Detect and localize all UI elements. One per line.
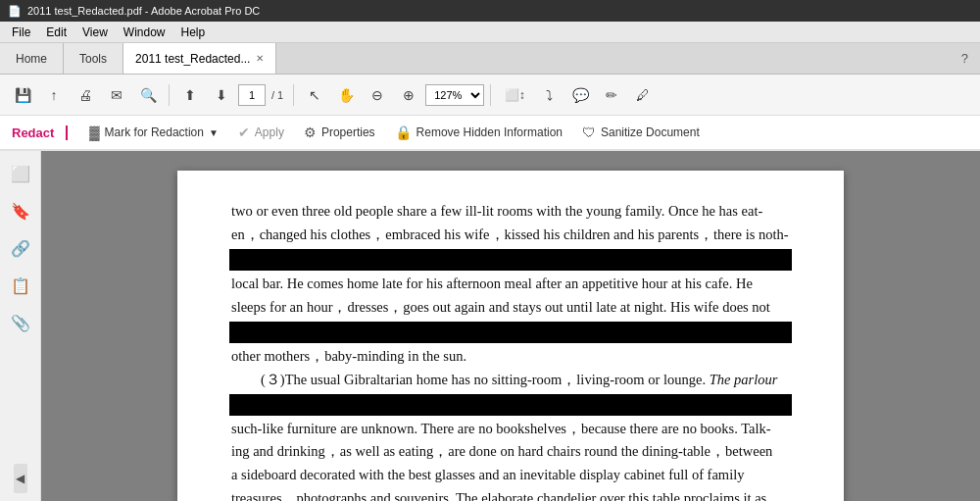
zoom-out-button[interactable]: ⊖ xyxy=(363,80,392,110)
pdf-line-3: local bar. He comes home late for his af… xyxy=(231,273,790,296)
menu-help[interactable]: Help xyxy=(173,24,214,41)
tab-help-button[interactable]: ? xyxy=(950,43,980,74)
pdf-line-6: (３)The usual Gibraltarian home has no si… xyxy=(231,369,790,392)
remove-hidden-button[interactable]: 🔒 Remove Hidden Information xyxy=(385,121,572,144)
sidebar-left: ⬜ 🔖 🔗 📋 📎 ◀ xyxy=(0,151,41,501)
main-area: ⬜ 🔖 🔗 📋 📎 ◀ two or even three old people… xyxy=(0,151,980,501)
remove-hidden-icon: 🔒 xyxy=(395,125,412,140)
comment-button[interactable]: 💬 xyxy=(565,80,595,110)
app-icon: 📄 xyxy=(8,5,22,18)
redact-toolbar: Redact ▓ Mark for Redaction ▼ ✔ Apply ⚙ … xyxy=(0,116,980,151)
apply-icon: ✔ xyxy=(238,125,250,140)
zoom-out-toolbar-button[interactable]: 🔍 xyxy=(133,80,163,110)
toolbar-separator-3 xyxy=(490,84,491,106)
mark-dropdown-icon[interactable]: ▼ xyxy=(209,127,219,138)
pdf-line-5: other mothers，baby-minding in the sun. xyxy=(231,345,790,369)
main-toolbar: 💾 ↑ 🖨 ✉ 🔍 ⬆ ⬇ / 1 ↖ ✋ ⊖ ⊕ 127% 100% 75% … xyxy=(0,75,980,116)
prev-page-button[interactable]: ⬆ xyxy=(175,80,205,110)
sidebar-page-icon[interactable]: ⬜ xyxy=(6,159,35,188)
sidebar-collapse-button[interactable]: ◀ xyxy=(14,464,27,493)
tab-tools-label: Tools xyxy=(79,52,107,66)
pdf-line-9: a sideboard decorated with the best glas… xyxy=(231,464,790,487)
pdf-page: two or even three old people share a few… xyxy=(177,171,844,501)
select-tool-button[interactable]: ↖ xyxy=(300,80,329,110)
save-button[interactable]: 💾 xyxy=(8,80,37,110)
zoom-select[interactable]: 127% 100% 75% 150% xyxy=(425,84,484,106)
pdf-line-4: sleeps for an hour，dresses，goes out agai… xyxy=(231,296,790,320)
tab-close-button[interactable]: ✕ xyxy=(256,53,264,64)
mark-for-redaction-button[interactable]: ▓ Mark for Redaction ▼ xyxy=(79,121,228,144)
tab-spacer xyxy=(276,43,949,74)
zoom-in-button[interactable]: ⊕ xyxy=(394,80,423,110)
apply-label: Apply xyxy=(255,125,284,139)
menu-window[interactable]: Window xyxy=(116,24,173,41)
title-bar: 📄 2011 test_Redacted.pdf - Adobe Acrobat… xyxy=(0,0,980,22)
apply-button[interactable]: ✔ Apply xyxy=(228,121,294,144)
menu-view[interactable]: View xyxy=(74,24,116,41)
sanitize-icon: 🛡 xyxy=(582,125,596,140)
tab-document[interactable]: 2011 test_Redacted... ✕ xyxy=(123,43,276,74)
sanitize-label: Sanitize Document xyxy=(601,125,700,139)
redaction-block-3 xyxy=(229,394,792,416)
tab-home-label: Home xyxy=(16,52,47,66)
rotate-button[interactable]: ⤵ xyxy=(534,80,564,110)
toolbar-separator-1 xyxy=(169,84,170,106)
fit-page-button[interactable]: ⬜↕ xyxy=(497,80,532,110)
annotation-button[interactable]: ✏ xyxy=(597,80,626,110)
pdf-line-8: ing and drinking，as well as eating，are d… xyxy=(231,440,790,464)
sidebar-layers-icon[interactable]: 📋 xyxy=(6,271,35,300)
redaction-block-1 xyxy=(229,249,792,271)
menu-bar: File Edit View Window Help xyxy=(0,22,980,43)
pdf-area[interactable]: two or even three old people share a few… xyxy=(41,151,980,501)
email-button[interactable]: ✉ xyxy=(102,80,131,110)
help-icon: ? xyxy=(961,51,968,66)
mark-for-redaction-label: Mark for Redaction xyxy=(105,125,204,139)
sidebar-bookmark-icon[interactable]: 🔖 xyxy=(6,196,35,225)
redact-label: Redact xyxy=(8,125,68,140)
sidebar-attachment-icon[interactable]: 🔗 xyxy=(6,233,35,263)
page-input[interactable] xyxy=(238,84,266,106)
mark-redaction-icon: ▓ xyxy=(89,125,99,140)
sanitize-button[interactable]: 🛡 Sanitize Document xyxy=(572,121,710,144)
properties-button[interactable]: ⚙ Properties xyxy=(294,121,385,144)
pdf-line-2: en，changed his clothes，embraced his wife… xyxy=(231,224,790,247)
share-button[interactable]: ↑ xyxy=(39,80,69,110)
page-navigation: ⬆ ⬇ / 1 xyxy=(175,80,287,110)
tab-doc-label: 2011 test_Redacted... xyxy=(135,52,250,66)
print-button[interactable]: 🖨 xyxy=(71,80,100,110)
properties-label: Properties xyxy=(321,125,375,139)
tab-home[interactable]: Home xyxy=(0,43,64,74)
sidebar-clip-icon[interactable]: 📎 xyxy=(6,308,35,337)
title-text: 2011 test_Redacted.pdf - Adobe Acrobat P… xyxy=(27,5,972,17)
remove-hidden-label: Remove Hidden Information xyxy=(416,125,563,139)
toolbar-separator-2 xyxy=(293,84,294,106)
redaction-block-2 xyxy=(229,322,792,343)
hand-tool-button[interactable]: ✋ xyxy=(331,80,361,110)
pdf-line-1: two or even three old people share a few… xyxy=(231,200,790,224)
menu-edit[interactable]: Edit xyxy=(38,24,74,41)
pdf-line-7: such-like furniture are unknown. There a… xyxy=(231,418,790,441)
properties-icon: ⚙ xyxy=(304,125,317,140)
menu-file[interactable]: File xyxy=(4,24,38,41)
next-page-button[interactable]: ⬇ xyxy=(207,80,236,110)
stamp-button[interactable]: 🖊 xyxy=(628,80,658,110)
tab-tools[interactable]: Tools xyxy=(64,43,123,74)
page-total: / 1 xyxy=(268,89,287,101)
pdf-content: two or even three old people share a few… xyxy=(231,200,790,501)
tab-bar: Home Tools 2011 test_Redacted... ✕ ? xyxy=(0,43,980,75)
pdf-line-10: treasures，photographs and souvenirs. The… xyxy=(231,487,790,501)
